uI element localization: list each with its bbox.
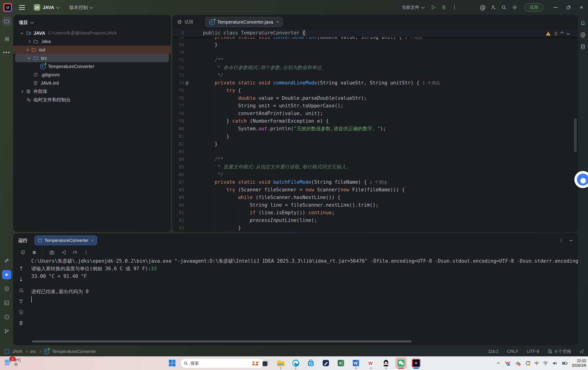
taskbar-app-file-explorer[interactable] [275,358,286,369]
debug-button[interactable] [439,3,449,12]
stripe-problems[interactable] [2,312,11,322]
console-hscrollbar[interactable] [32,340,411,342]
sync-icon[interactable] [525,360,531,367]
taskbar-app-excel[interactable]: X [335,358,346,369]
tree-item-TemperatureConverter[interactable]: CTemperatureConverter [15,62,169,71]
panel-kebab-icon[interactable] [559,238,564,243]
console-scroll-to-end[interactable] [18,298,24,304]
volume-icon[interactable] [552,360,558,366]
run-config-widget[interactable]: 当前文件 [402,4,424,11]
battery-icon[interactable] [561,360,568,366]
stripe-commit[interactable] [2,34,11,44]
stripe-version-control[interactable] [2,327,11,336]
weather-widget[interactable]: 1 9°C 雨 [3,358,21,367]
project-panel-header[interactable]: 项目 [13,15,171,29]
ai-assistant-icon[interactable]: @ [477,3,488,12]
add-user-icon[interactable] [488,3,499,12]
taskbar-app-notepad-dark[interactable] [320,358,331,369]
tree-item-src[interactable]: src [15,54,169,62]
editor-tab-active[interactable]: C TemperatureConverter.java × [205,17,283,27]
taskbar-app-wps[interactable]: W [365,358,377,369]
console-print[interactable] [18,309,24,315]
start-button[interactable] [168,359,176,367]
kebab-icon[interactable] [84,250,88,255]
console-clear[interactable] [18,320,24,326]
stripe-ai-assistant[interactable]: @ [579,31,587,39]
taskbar-app-word[interactable]: W [350,358,361,369]
project-widget[interactable]: JA JAVA [34,4,59,11]
active-indicator [398,368,404,369]
stripe-build-hammer[interactable] [2,256,11,265]
more-actions-kebab-icon[interactable] [449,3,460,12]
inspection-widget[interactable]: 2 [546,31,569,36]
ime-indicator[interactable]: 中 [535,360,539,366]
indent-style[interactable]: 4 个空格 [547,349,571,355]
run-button[interactable] [428,3,439,12]
readonly-toggle[interactable] [580,349,584,354]
stripe-more[interactable]: ••• [2,48,11,57]
tree-chevron-icon[interactable] [26,41,32,42]
trial-button[interactable]: 试用 [524,3,544,11]
tray-chevron-icon[interactable] [496,361,501,366]
breadcrumb-item[interactable]: JAVA [12,349,22,354]
tree-chevron-icon[interactable] [26,58,32,59]
camera-icon[interactable] [49,250,55,255]
search-icon[interactable] [499,3,509,12]
code-line-73: 73 */ [172,72,578,79]
wifi-icon[interactable] [542,360,548,366]
prev-problem-icon[interactable] [560,31,564,35]
taskbar-app-wechat[interactable] [396,358,407,369]
console-output[interactable]: C:\Users\朱彦硕\.jdks\openjdk-25.0.2\bin\ja… [13,257,578,296]
main-menu-icon[interactable] [19,5,25,10]
run-tab-active[interactable]: TemperatureConverter × [34,236,97,245]
wps-cloud-icon[interactable] [504,360,511,367]
line-separator[interactable]: CRLF [507,349,519,354]
breadcrumb-item[interactable]: src [30,349,36,354]
settings-gear-icon[interactable] [509,3,520,12]
stripe-services[interactable] [2,284,11,293]
file-encoding[interactable]: UTF-8 [527,349,539,354]
stripe-notifications-bell[interactable] [579,19,587,27]
editor-scrollbar[interactable] [574,118,577,152]
tree-item-out[interactable]: out [13,46,171,54]
file-explorer-icon [276,359,285,368]
taskbar-search[interactable]: 搜索 [180,359,263,368]
taskbar-app-qq[interactable] [380,358,391,369]
tree-item-[interactable]: 临时文件和控制台 [15,95,169,104]
tree-item-JAVA[interactable]: JAVAC:\Users\朱彦硕\IdeaProjects\JAVA [15,29,169,37]
pinned-tab[interactable]: 试用 [177,19,193,25]
taskbar-app-intellij-idea[interactable] [410,358,422,369]
tree-item-.gitignore[interactable]: .gitignore [15,71,169,79]
tree-item-.idea[interactable]: .idea [15,37,169,46]
rerun-icon[interactable] [20,250,26,255]
window-minimize-button[interactable] [549,0,562,15]
taskbar-app-edge[interactable] [290,358,301,369]
stripe-database[interactable] [579,42,587,51]
stripe-project-folder[interactable] [2,17,11,26]
stripe-run[interactable] [2,270,11,279]
close-tab-icon[interactable]: × [276,20,279,24]
vcs-widget[interactable]: 版本控制 [69,4,93,11]
close-tab-icon[interactable]: × [91,238,94,243]
profiler-icon[interactable] [72,250,78,255]
tray-clock[interactable]: 22:022026/3/8 [572,359,586,368]
tree-chevron-icon[interactable] [19,90,25,93]
tree-item-JAVA.iml[interactable]: JAVA.iml [15,79,169,87]
import-test-icon[interactable] [61,250,66,255]
stripe-terminal[interactable] [2,298,11,307]
code-editor[interactable]: 4public class TemperatureConverter {59pr… [172,29,578,232]
next-problem-icon[interactable] [567,31,570,35]
tree-chevron-icon[interactable] [24,49,30,51]
tree-item-[interactable]: 外部库 [15,87,169,95]
panel-minimize-icon[interactable] [568,238,573,243]
onedrive-error-icon[interactable] [514,360,521,367]
tree-chevron-icon[interactable] [19,33,25,34]
stop-icon[interactable] [32,250,37,255]
taskbar-app-task-view[interactable] [260,358,271,369]
window-restore-button[interactable] [562,0,575,15]
breadcrumb-item[interactable]: TemperatureConverter [52,349,96,354]
taskbar-app-microsoft-store[interactable] [305,358,316,369]
annotation-gutter-icon[interactable]: @ [184,79,190,87]
window-close-button[interactable]: × [575,0,588,15]
caret-position[interactable]: 116:2 [488,349,499,354]
